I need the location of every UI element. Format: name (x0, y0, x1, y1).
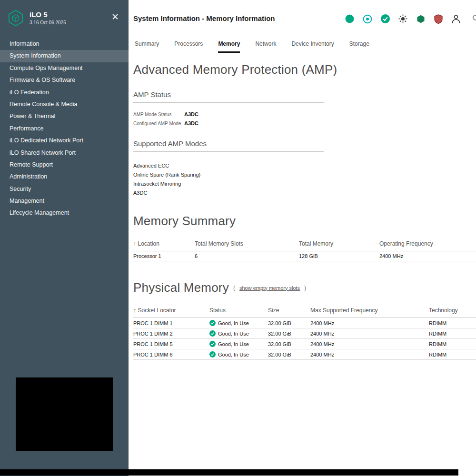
redacted-bar (0, 469, 458, 476)
sidebar-menu: Information System Information Compute O… (0, 37, 129, 219)
target-icon[interactable] (363, 14, 372, 24)
tab-memory[interactable]: Memory (218, 40, 240, 53)
cell-socket-locator: PROC 1 DIMM 1 (133, 318, 209, 328)
close-icon[interactable]: ✕ (111, 12, 119, 21)
sort-arrow-icon[interactable]: ↑ (133, 240, 137, 247)
sidebar-item-ilo-shared-network-port[interactable]: iLO Shared Network Port (0, 147, 129, 159)
cell-technology: RDIMM (429, 328, 476, 339)
status-ok-icon (209, 330, 216, 337)
table-row[interactable]: Processor 1 6 128 GiB 2400 MHz (133, 251, 476, 261)
field-value: A3DC (184, 120, 198, 126)
topbar: System Information - Memory Information (129, 0, 476, 29)
paren-open: ( (233, 285, 235, 291)
sidebar-item-remote-console-media[interactable]: Remote Console & Media (0, 99, 129, 110)
hexagon-icon[interactable] (416, 14, 426, 24)
redacted-area (16, 377, 113, 451)
supported-amp-modes-heading: Supported AMP Modes (133, 139, 324, 152)
tab-processors[interactable]: Processors (174, 40, 203, 53)
sidebar-item-remote-support[interactable]: Remote Support (0, 159, 129, 171)
column-header-size[interactable]: Size (268, 307, 310, 318)
shield-icon[interactable] (434, 14, 443, 24)
sidebar-item-ilo-dedicated-network-port[interactable]: iLO Dedicated Network Port (0, 135, 129, 147)
list-item: Intrasocket Mirroring (133, 179, 476, 188)
column-header-max-supported-frequency[interactable]: Max Supported Frequency (310, 307, 429, 318)
table-row[interactable]: PROC 1 DIMM 1 Good, In Use 32.00 GiB 240… (133, 318, 476, 328)
show-empty-memory-slots-link[interactable]: show empty memory slots (239, 285, 300, 291)
sidebar-item-compute-ops-management[interactable]: Compute Ops Management (0, 62, 129, 74)
sidebar-item-information[interactable]: Information (0, 38, 129, 50)
column-header-status[interactable]: Status (209, 307, 268, 318)
sidebar-header: iLO 5 3.16 Oct 06 2025 ✕ (0, 0, 129, 37)
cell-size: 32.00 GiB (268, 328, 310, 339)
cell-technology: RDIMM (429, 318, 476, 328)
status-text: Good, In Use (218, 331, 249, 337)
cell-size: 32.00 GiB (268, 339, 310, 349)
sun-icon[interactable] (398, 14, 407, 23)
cell-operating-frequency: 2400 MHz (379, 251, 476, 261)
cell-total-memory-slots: 6 (195, 251, 299, 261)
tab-bar: Summary Processors Memory Network Device… (135, 29, 476, 53)
status-ok-icon (209, 341, 216, 347)
sidebar-item-lifecycle-management[interactable]: Lifecycle Management (0, 207, 129, 219)
sidebar-item-firmware-os-software[interactable]: Firmware & OS Software (0, 74, 129, 86)
cell-location: Processor 1 (133, 251, 195, 261)
status-cell: Good, In Use (209, 320, 266, 326)
status-text: Good, In Use (218, 341, 249, 347)
cell-max-frequency: 2400 MHz (310, 328, 429, 339)
sidebar: iLO 5 3.16 Oct 06 2025 ✕ Information Sys… (0, 0, 129, 476)
status-ok-icon (209, 320, 216, 326)
status-ok-icon (209, 351, 216, 357)
physical-memory-heading: Physical Memory (133, 280, 229, 295)
main-content: System Information - Memory Information (129, 0, 476, 476)
amp-status-heading: AMP Status (133, 90, 324, 103)
person-icon[interactable] (451, 14, 461, 24)
physical-memory-header: Physical Memory ( show empty memory slot… (133, 280, 476, 295)
cell-size: 32.00 GiB (268, 318, 310, 328)
app-title: iLO 5 (30, 10, 48, 19)
cell-max-frequency: 2400 MHz (310, 318, 429, 328)
sidebar-item-power-thermal[interactable]: Power & Thermal (0, 110, 129, 122)
sidebar-item-system-information[interactable]: System Information (0, 50, 129, 62)
column-header-operating-frequency[interactable]: Operating Frequency (379, 240, 476, 251)
physical-memory-table: ↑Socket Locator Status Size Max Supporte… (133, 307, 476, 360)
table-row[interactable]: PROC 1 DIMM 2 Good, In Use 32.00 GiB 240… (133, 328, 476, 339)
status-text: Good, In Use (218, 320, 249, 326)
tab-summary[interactable]: Summary (135, 40, 159, 53)
field-label: AMP Mode Status (133, 112, 184, 117)
memory-summary-table: ↑Location Total Memory Slots Total Memor… (133, 240, 476, 261)
column-header-socket-locator[interactable]: ↑Socket Locator (133, 307, 209, 318)
column-header-location[interactable]: ↑Location (133, 240, 195, 251)
sidebar-item-management[interactable]: Management (0, 195, 129, 207)
cell-socket-locator: PROC 1 DIMM 6 (133, 349, 209, 360)
status-cell: Good, In Use (209, 351, 266, 357)
table-header-row: ↑Socket Locator Status Size Max Supporte… (133, 307, 476, 318)
cell-technology: RDIMM (429, 339, 476, 349)
content-area: Advanced Memory Protection (AMP) AMP Sta… (129, 62, 476, 360)
column-header-total-memory[interactable]: Total Memory (299, 240, 379, 251)
cell-socket-locator: PROC 1 DIMM 2 (133, 328, 209, 339)
amp-heading: Advanced Memory Protection (AMP) (133, 62, 476, 77)
tab-storage[interactable]: Storage (349, 40, 369, 53)
tab-device-inventory[interactable]: Device Inventory (291, 40, 334, 53)
table-row[interactable]: PROC 1 DIMM 5 Good, In Use 32.00 GiB 240… (133, 339, 476, 349)
supported-amp-modes-list: Advanced ECC Online Spare (Rank Sparing)… (133, 161, 476, 198)
status-cell: Good, In Use (209, 330, 266, 337)
sidebar-item-ilo-federation[interactable]: iLO Federation (0, 87, 129, 99)
column-header-total-memory-slots[interactable]: Total Memory Slots (195, 240, 299, 251)
cell-socket-locator: PROC 1 DIMM 5 (133, 339, 209, 349)
sidebar-item-administration[interactable]: Administration (0, 171, 129, 183)
check-circle-icon[interactable] (381, 14, 390, 23)
sidebar-item-performance[interactable]: Performance (0, 123, 129, 135)
cell-size: 32.00 GiB (268, 349, 310, 360)
paren-close: ) (304, 285, 306, 291)
table-row[interactable]: PROC 1 DIMM 6 Good, In Use 32.00 GiB 240… (133, 349, 476, 360)
field-value: A3DC (184, 111, 198, 117)
tab-network[interactable]: Network (255, 40, 276, 53)
topbar-icons (345, 14, 461, 24)
cell-technology: RDIMM (429, 349, 476, 360)
circle-icon[interactable] (345, 14, 354, 23)
column-header-technology[interactable]: Technology (429, 307, 476, 318)
sidebar-item-security[interactable]: Security (0, 183, 129, 195)
sort-arrow-icon[interactable]: ↑ (133, 307, 137, 314)
partial-icon (473, 15, 476, 20)
